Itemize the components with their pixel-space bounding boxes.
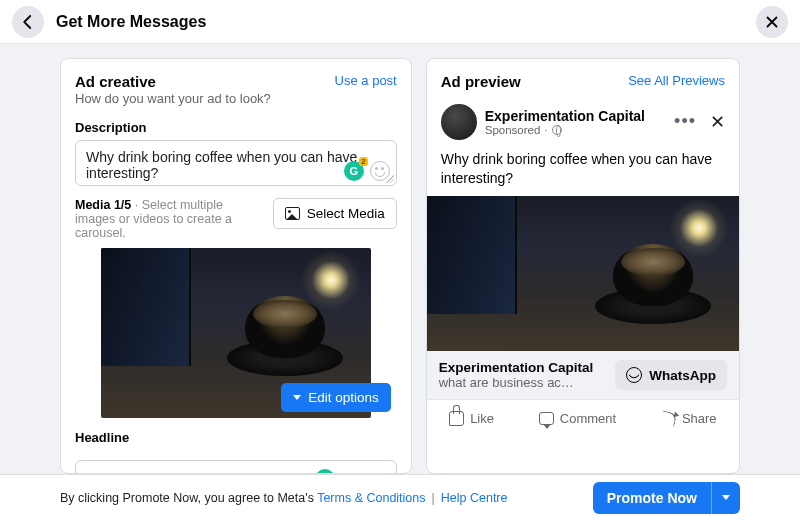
dismiss-ad-button[interactable]: ✕ [710, 111, 725, 133]
preview-body: Experimentation Capital Sponsored · ••• … [427, 96, 739, 430]
comment-button[interactable]: Comment [533, 407, 622, 430]
preview-image[interactable] [427, 196, 739, 351]
page-title: Get More Messages [56, 13, 206, 31]
share-button[interactable]: Share [655, 407, 723, 430]
caret-down-icon [722, 495, 730, 500]
terms-link[interactable]: Terms & Conditions [317, 491, 425, 505]
creative-header: Ad creative How do you want your ad to l… [61, 59, 411, 112]
like-button[interactable]: Like [443, 407, 500, 430]
media-thumbnail[interactable]: Edit options [75, 248, 397, 418]
grammarly-icon[interactable]: 2 [344, 161, 364, 181]
legal-text: By clicking Promote Now, you agree to Me… [60, 491, 507, 505]
edit-options-label: Edit options [308, 390, 379, 405]
select-media-button[interactable]: Select Media [273, 198, 397, 229]
edit-options-button[interactable]: Edit options [281, 383, 391, 412]
promote-now-button[interactable]: Promote Now [593, 482, 711, 514]
globe-icon [552, 125, 562, 135]
close-button[interactable] [756, 6, 788, 38]
comment-icon [539, 412, 554, 425]
resize-handle-icon[interactable] [386, 175, 394, 183]
creative-title: Ad creative [75, 73, 271, 90]
footer-bar: By clicking Promote Now, you agree to Me… [0, 474, 800, 520]
sponsored-label: Sponsored [485, 124, 541, 136]
description-label: Description [75, 120, 397, 135]
share-icon [659, 411, 677, 427]
ad-creative-panel: Ad creative How do you want your ad to l… [60, 58, 412, 474]
media-section: Media 1/5 · Select multiple images or vi… [61, 186, 411, 246]
caret-down-icon [293, 395, 301, 400]
close-icon [763, 13, 781, 31]
cta-name: Experimentation Capital [439, 360, 594, 376]
top-bar: Get More Messages [0, 0, 800, 44]
description-value: Why drink boring coffee when you can hav… [86, 149, 386, 181]
post-header: Experimentation Capital Sponsored · ••• … [441, 104, 725, 140]
image-icon [285, 207, 300, 220]
cta-bar: Experimentation Capital what are busines… [427, 351, 739, 400]
whatsapp-button[interactable]: WhatsApp [615, 360, 727, 390]
headline-input[interactable]: Experimentation Capital 23/25 [75, 460, 397, 474]
engagement-bar: Like Comment Share [427, 399, 739, 430]
description-input[interactable]: Why drink boring coffee when you can hav… [75, 140, 397, 186]
preview-header: Ad preview See All Previews [427, 59, 739, 96]
use-a-post-link[interactable]: Use a post [335, 73, 397, 88]
arrow-left-icon [19, 13, 37, 31]
promote-dropdown-button[interactable] [711, 482, 740, 514]
ad-preview-panel: Ad preview See All Previews Experimentat… [426, 58, 740, 474]
headline-section: Headline [61, 430, 411, 450]
back-button[interactable] [12, 6, 44, 38]
see-all-previews-link[interactable]: See All Previews [628, 73, 725, 88]
select-media-label: Select Media [307, 206, 385, 221]
more-options-button[interactable]: ••• [674, 118, 696, 125]
media-counter: Media 1/5 [75, 198, 131, 212]
preview-title: Ad preview [441, 73, 521, 90]
avatar[interactable] [441, 104, 477, 140]
whatsapp-label: WhatsApp [649, 368, 716, 383]
post-text: Why drink boring coffee when you can hav… [441, 150, 725, 188]
cta-subtitle: what are business acc… [439, 375, 579, 390]
page-name[interactable]: Experimentation Capital [485, 108, 645, 124]
whatsapp-icon [626, 367, 642, 383]
like-icon [449, 411, 464, 426]
content-area: Ad creative How do you want your ad to l… [0, 44, 800, 474]
help-centre-link[interactable]: Help Centre [441, 491, 508, 505]
grammarly-badge: 2 [359, 157, 367, 166]
creative-subtitle: How do you want your ad to look? [75, 91, 271, 106]
headline-label: Headline [75, 430, 397, 445]
description-section: Description Why drink boring coffee when… [61, 112, 411, 186]
